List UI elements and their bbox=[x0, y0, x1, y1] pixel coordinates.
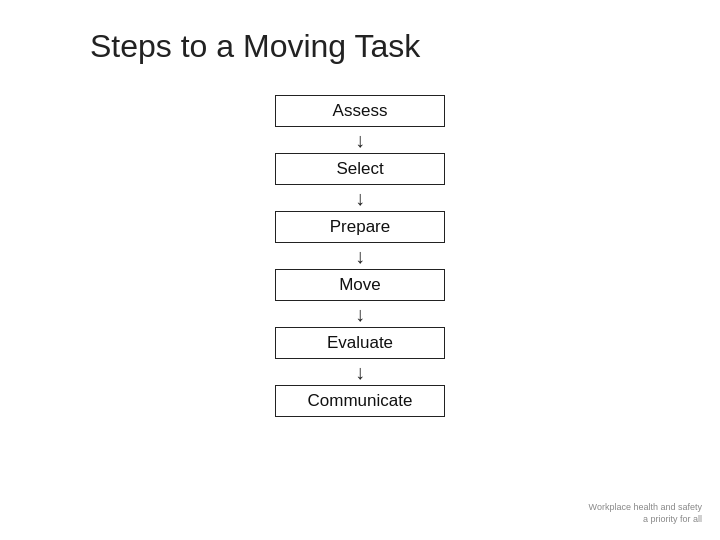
arrow-2: ↓ bbox=[355, 186, 365, 210]
page-title: Steps to a Moving Task bbox=[0, 0, 720, 85]
arrow-5: ↓ bbox=[355, 360, 365, 384]
footer-line1: Workplace health and safety bbox=[589, 502, 702, 512]
arrow-4: ↓ bbox=[355, 302, 365, 326]
footer-line2: a priority for all bbox=[643, 514, 702, 524]
step-move: Move bbox=[275, 269, 445, 301]
arrow-3: ↓ bbox=[355, 244, 365, 268]
arrow-1: ↓ bbox=[355, 128, 365, 152]
step-prepare: Prepare bbox=[275, 211, 445, 243]
step-select: Select bbox=[275, 153, 445, 185]
step-assess: Assess bbox=[275, 95, 445, 127]
flow-diagram: Assess ↓ Select ↓ Prepare ↓ Move ↓ Evalu… bbox=[0, 95, 720, 417]
step-communicate: Communicate bbox=[275, 385, 445, 417]
step-evaluate: Evaluate bbox=[275, 327, 445, 359]
footer: Workplace health and safety a priority f… bbox=[589, 501, 702, 526]
